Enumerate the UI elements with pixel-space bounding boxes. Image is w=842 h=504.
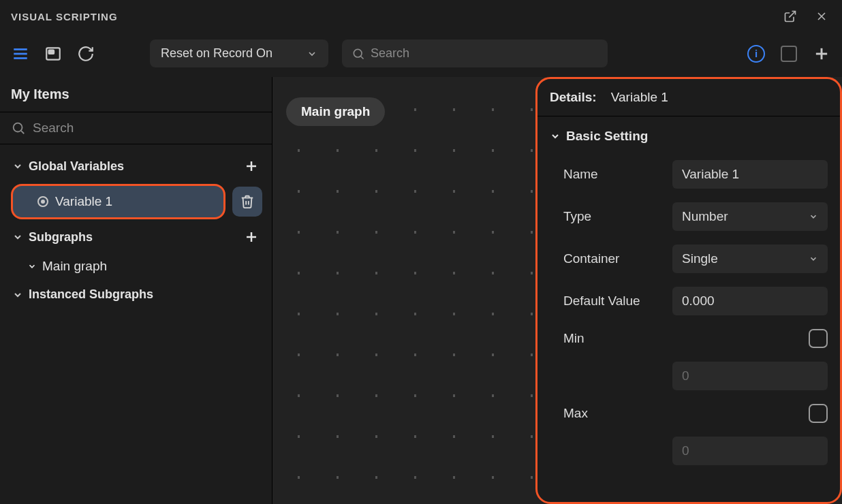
- toolbar-right: i: [747, 44, 831, 63]
- tree-header-instanced-subgraphs[interactable]: Instanced Subgraphs: [5, 281, 266, 309]
- tree-header-global-variables[interactable]: Global Variables: [5, 151, 266, 181]
- window-outline-icon[interactable]: [779, 44, 798, 63]
- tree-header-subgraphs[interactable]: Subgraphs: [5, 222, 266, 252]
- variable-row-wrap: Variable 1: [5, 181, 266, 222]
- svg-point-7: [354, 49, 362, 57]
- svg-rect-6: [49, 50, 54, 53]
- subgraphs-label: Subgraphs: [29, 230, 93, 245]
- global-variables-label: Global Variables: [29, 159, 124, 174]
- subgraph-item-label: Main graph: [42, 259, 107, 274]
- details-section: Basic Setting Name Variable 1 Type Numbe…: [537, 116, 840, 479]
- main-search-input[interactable]: Search: [342, 40, 608, 67]
- container-select[interactable]: Single: [672, 245, 828, 273]
- toolbar: Reset on Record On Search i: [0, 33, 842, 77]
- field-row-name: Name Variable 1: [544, 153, 833, 195]
- sidebar-title: My Items: [0, 77, 272, 112]
- chevron-down-icon: [27, 262, 37, 271]
- sidebar-search-input[interactable]: Search: [0, 112, 272, 144]
- window-title: VISUAL SCRIPTING: [11, 11, 118, 22]
- field-row-type: Type Number: [544, 195, 833, 238]
- svg-line-8: [361, 56, 364, 59]
- field-row-min-value: 0: [544, 355, 833, 397]
- reload-icon[interactable]: [76, 44, 95, 63]
- delete-variable-button[interactable]: [232, 187, 262, 217]
- type-select[interactable]: Number: [672, 202, 828, 231]
- max-label: Max: [563, 406, 666, 421]
- section-label: Basic Setting: [566, 129, 648, 144]
- field-row-max-value: 0: [544, 430, 833, 472]
- variable-item-label: Variable 1: [55, 194, 112, 209]
- details-header: Details: Variable 1: [537, 79, 840, 116]
- field-row-container: Container Single: [544, 238, 833, 280]
- name-input[interactable]: Variable 1: [672, 160, 828, 189]
- reset-mode-label: Reset on Record On: [161, 46, 272, 61]
- details-header-value: Variable 1: [611, 90, 668, 104]
- chevron-down-icon: [307, 48, 317, 59]
- details-panel: Details: Variable 1 Basic Setting Name V…: [535, 77, 842, 504]
- add-subgraph-button[interactable]: [243, 229, 260, 245]
- chevron-down-icon: [809, 254, 818, 264]
- hamburger-icon[interactable]: [11, 44, 30, 63]
- min-label: Min: [563, 331, 666, 346]
- type-label: Type: [563, 209, 666, 224]
- close-icon[interactable]: [812, 7, 831, 26]
- sidebar-search-placeholder: Search: [33, 121, 74, 136]
- min-checkbox[interactable]: [809, 329, 828, 348]
- window: VISUAL SCRIPTING Reset on Record On: [0, 0, 842, 504]
- search-icon: [11, 121, 26, 136]
- reset-mode-dropdown[interactable]: Reset on Record On: [150, 40, 328, 67]
- min-value-input[interactable]: 0: [672, 362, 828, 390]
- toolbar-left: [11, 44, 95, 63]
- svg-line-12: [21, 131, 24, 133]
- titlebar: VISUAL SCRIPTING: [0, 0, 842, 33]
- radio-icon: [37, 196, 48, 207]
- graph-canvas[interactable]: Main graph Details: Variable 1 Basic Set…: [272, 77, 842, 504]
- instanced-subgraphs-label: Instanced Subgraphs: [29, 287, 153, 302]
- container-label: Container: [563, 251, 666, 266]
- add-variable-button[interactable]: [243, 158, 260, 174]
- graph-chip[interactable]: Main graph: [286, 97, 385, 126]
- titlebar-actions: [781, 7, 831, 26]
- section-header-basic-setting[interactable]: Basic Setting: [544, 126, 833, 153]
- variable-item-variable-1[interactable]: Variable 1: [11, 184, 225, 219]
- chevron-down-icon: [12, 232, 23, 242]
- graph-chip-label: Main graph: [301, 104, 370, 119]
- search-icon: [352, 47, 365, 61]
- info-icon[interactable]: i: [747, 44, 766, 63]
- name-label: Name: [563, 167, 666, 182]
- panel-icon[interactable]: [44, 44, 63, 63]
- max-checkbox[interactable]: [809, 404, 828, 423]
- chevron-down-icon: [12, 161, 23, 172]
- svg-point-11: [14, 123, 22, 132]
- field-row-max: Max: [544, 397, 833, 430]
- add-icon[interactable]: [812, 44, 831, 63]
- max-value-input[interactable]: 0: [672, 437, 828, 465]
- details-header-label: Details:: [550, 90, 597, 104]
- tree: Global Variables Variable 1: [0, 144, 272, 315]
- field-row-default: Default Value 0.000: [544, 280, 833, 322]
- default-label: Default Value: [563, 294, 666, 309]
- default-value-input[interactable]: 0.000: [672, 287, 828, 315]
- chevron-down-icon: [550, 131, 561, 142]
- subgraph-item-main-graph[interactable]: Main graph: [5, 252, 266, 281]
- popout-icon[interactable]: [781, 7, 800, 26]
- body: My Items Search Global Variables: [0, 77, 842, 504]
- chevron-down-icon: [809, 212, 818, 221]
- main-search-placeholder: Search: [371, 46, 409, 61]
- chevron-down-icon: [12, 289, 23, 300]
- field-row-min: Min: [544, 322, 833, 355]
- sidebar: My Items Search Global Variables: [0, 77, 272, 504]
